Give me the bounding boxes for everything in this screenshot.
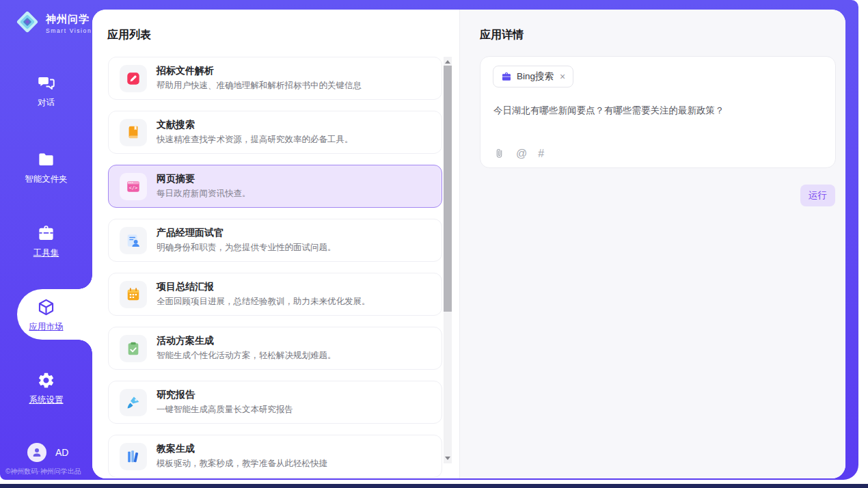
tag-label: Bing搜索 xyxy=(517,70,554,83)
app-card-description: 明确身份和职责，为您提供专业性的面试问题。 xyxy=(157,242,336,254)
main-content: 应用列表 招标文件解析帮助用户快速、准确地理解和解析招标书中的关键信息文献搜索快… xyxy=(92,10,845,478)
app-card-title: 招标文件解析 xyxy=(157,65,362,77)
book-icon xyxy=(120,119,147,146)
app-card-title: 研究报告 xyxy=(157,389,293,401)
app-detail-title: 应用详情 xyxy=(480,28,524,42)
bottom-window-bar xyxy=(0,484,868,488)
user-name: AD xyxy=(55,447,68,458)
sidebar-item-folder[interactable]: 智能文件夹 xyxy=(0,150,92,185)
app-card-title: 产品经理面试官 xyxy=(157,227,336,239)
edit-square-icon xyxy=(120,65,147,92)
app-card[interactable]: 招标文件解析帮助用户快速、准确地理解和解析招标书中的关键信息 xyxy=(108,57,442,100)
app-card[interactable]: 项目总结汇报全面回顾项目进展，总结经验教训，助力未来优化发展。 xyxy=(108,273,442,316)
folder-icon xyxy=(37,150,55,169)
scroll-up-arrow-icon[interactable] xyxy=(445,60,450,64)
app-list-panel: 应用列表 招标文件解析帮助用户快速、准确地理解和解析招标书中的关键信息文献搜索快… xyxy=(92,10,459,478)
app-card-list: 招标文件解析帮助用户快速、准确地理解和解析招标书中的关键信息文献搜索快速精准查找… xyxy=(108,57,442,478)
tag-close-icon[interactable]: × xyxy=(560,72,565,81)
svg-text:</>: </> xyxy=(129,185,137,191)
mention-icon[interactable]: @ xyxy=(516,148,527,159)
gear-icon xyxy=(37,371,55,390)
sidebar-item-cube[interactable]: 应用市场 xyxy=(0,298,92,333)
app-card[interactable]: </>网页摘要每日政府新闻资讯快查。 xyxy=(108,165,442,208)
calendar-icon xyxy=(120,281,147,308)
app-card-title: 项目总结汇报 xyxy=(157,281,370,293)
sidebar-item-label: 应用市场 xyxy=(0,321,92,333)
sidebar-item-label: 系统设置 xyxy=(0,394,92,406)
sidebar-footer: ©神州数码·神州问学出品 xyxy=(5,467,94,476)
sidebar: 神州问学 Smart Vision 对话智能文件夹工具集应用市场系统设置 AD … xyxy=(0,0,92,480)
brand-diamond-icon xyxy=(14,8,41,38)
sidebar-item-label: 智能文件夹 xyxy=(0,174,92,185)
scroll-down-arrow-icon[interactable] xyxy=(445,457,450,460)
app-card[interactable]: 研究报告一键智能生成高质量长文本研究报告 xyxy=(108,381,442,424)
app-card-description: 帮助用户快速、准确地理解和解析招标书中的关键信息 xyxy=(157,80,362,92)
hash-icon[interactable]: # xyxy=(538,148,544,159)
toolbox-icon xyxy=(37,224,55,243)
run-button[interactable]: 运行 xyxy=(800,185,835,206)
sidebar-item-label: 对话 xyxy=(0,97,92,109)
bing-search-tag[interactable]: Bing搜索 × xyxy=(493,66,573,87)
user-row[interactable]: AD xyxy=(27,443,68,462)
app-card-description: 快速精准查找学术资源，提高研究效率的必备工具。 xyxy=(157,134,353,146)
paperclip-icon[interactable] xyxy=(493,148,505,159)
app-card-title: 文献搜索 xyxy=(157,119,353,131)
interview-icon xyxy=(120,227,147,254)
app-card-title: 网页摘要 xyxy=(157,173,251,185)
scrollbar-thumb[interactable] xyxy=(444,66,452,312)
sidebar-item-chat[interactable]: 对话 xyxy=(0,74,92,109)
app-card-title: 教案生成 xyxy=(157,443,327,455)
prompt-card: Bing搜索 × 今日湖北有哪些新闻要点？有哪些需要关注的最新政策？ @ # xyxy=(480,56,836,168)
app-card-description: 每日政府新闻资讯快查。 xyxy=(157,188,251,200)
brand-logo: 神州问学 Smart Vision xyxy=(14,8,92,38)
browser-icon: </> xyxy=(120,173,147,200)
user-avatar-icon xyxy=(27,443,46,462)
app-card-description: 智能生成个性化活动方案，轻松解决规划难题。 xyxy=(157,350,336,362)
sidebar-item-label: 工具集 xyxy=(0,247,92,259)
brand-title: 神州问学 xyxy=(46,13,92,26)
app-card[interactable]: 文献搜索快速精准查找学术资源，提高研究效率的必备工具。 xyxy=(108,111,442,154)
app-card[interactable]: 活动方案生成智能生成个性化活动方案，轻松解决规划难题。 xyxy=(108,327,442,370)
brand-subtitle: Smart Vision xyxy=(46,27,92,34)
clipboard-icon xyxy=(120,335,147,362)
app-card[interactable]: 教案生成模板驱动，教案秒成，教学准备从此轻松快捷 xyxy=(108,435,442,478)
query-input[interactable]: 今日湖北有哪些新闻要点？有哪些需要关注的最新政策？ xyxy=(493,104,823,118)
sidebar-item-gear[interactable]: 系统设置 xyxy=(0,371,92,406)
scrollbar[interactable] xyxy=(444,57,452,463)
chat-icon xyxy=(37,74,55,92)
app-list-title: 应用列表 xyxy=(107,28,151,42)
attachment-toolbar: @ # xyxy=(493,148,544,159)
app-card-description: 一键智能生成高质量长文本研究报告 xyxy=(157,404,293,416)
app-card-description: 全面回顾项目进展，总结经验教训，助力未来优化发展。 xyxy=(157,296,370,308)
books-icon xyxy=(120,443,147,470)
app-card-title: 活动方案生成 xyxy=(157,335,336,347)
sidebar-item-toolbox[interactable]: 工具集 xyxy=(0,224,92,259)
app-card-description: 模板驱动，教案秒成，教学准备从此轻松快捷 xyxy=(157,458,327,470)
briefcase-icon xyxy=(501,71,512,82)
app-card[interactable]: 产品经理面试官明确身份和职责，为您提供专业性的面试问题。 xyxy=(108,219,442,262)
app-detail-panel: 应用详情 Bing搜索 × 今日湖北有哪些新闻要点？有哪些需要关注的最新政策？ … xyxy=(459,10,845,478)
pen-icon xyxy=(120,389,147,416)
cube-icon xyxy=(37,298,55,316)
